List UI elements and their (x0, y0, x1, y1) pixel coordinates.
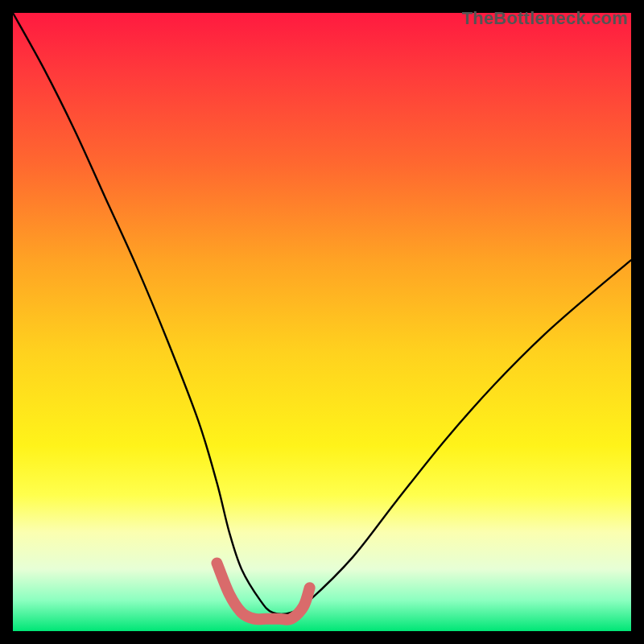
curve-layer (13, 13, 631, 631)
optimal-zone-marker (217, 564, 309, 620)
chart-stage: TheBottleneck.com (0, 0, 644, 644)
bottleneck-curve (13, 13, 631, 614)
